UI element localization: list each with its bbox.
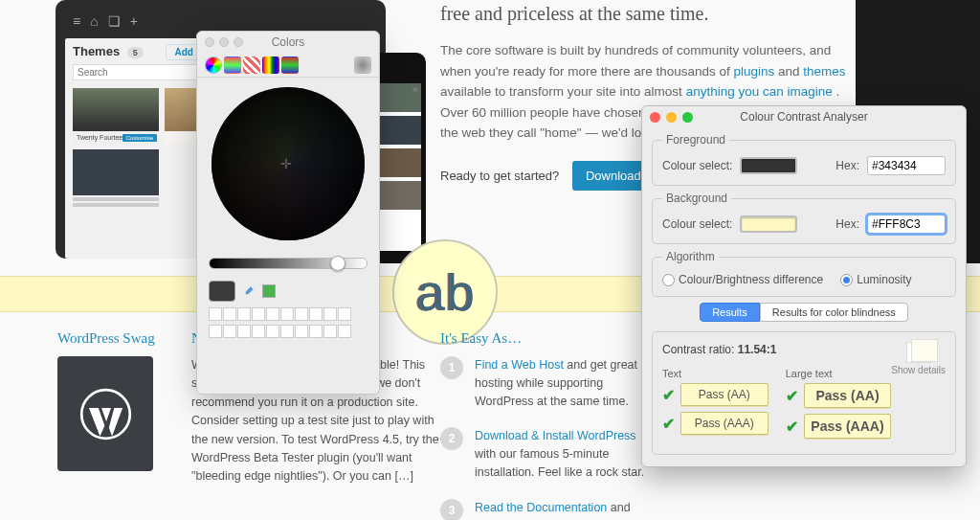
- swatch-slot[interactable]: [237, 307, 251, 321]
- swatch-slot[interactable]: [295, 325, 308, 338]
- results-tabs[interactable]: Results Results for color blindness: [642, 303, 966, 322]
- algo-option-luminosity[interactable]: Luminosity: [840, 273, 911, 286]
- pass-aaa-large-badge: Pass (AAA): [804, 414, 892, 439]
- wp-headline: free and priceless at the same time.: [440, 0, 861, 27]
- theme-thumb[interactable]: [73, 149, 159, 195]
- bg-color-well[interactable]: [740, 215, 797, 233]
- customise-button[interactable]: Customise: [122, 134, 157, 142]
- fg-hex-label: Hex:: [835, 159, 859, 172]
- algorithm-group: Algorithm Colour/Brightness difference L…: [652, 250, 956, 297]
- swatch-slot[interactable]: [266, 325, 279, 338]
- picker-settings-icon[interactable]: [354, 57, 371, 74]
- fg-hex-input[interactable]: [867, 156, 946, 175]
- home-icon: ⌂: [90, 13, 98, 29]
- algo-option-brightness[interactable]: Colour/Brightness difference: [662, 273, 823, 286]
- fg-select-label: Colour select:: [662, 159, 732, 172]
- comment-icon: ❏: [108, 13, 121, 29]
- tab-results[interactable]: Results: [700, 303, 760, 322]
- swag-tshirt[interactable]: [57, 356, 153, 471]
- eyedropper-icon[interactable]: [241, 283, 256, 299]
- swag-heading[interactable]: WordPress Swag: [57, 330, 163, 347]
- pass-aaa-badge: Pass (AAA): [680, 412, 768, 435]
- easy-column: It's Easy As… 1 Find a Web Host and get …: [440, 330, 651, 520]
- ratio-value: 11.54:1: [738, 343, 777, 356]
- slider-knob[interactable]: [330, 256, 345, 271]
- easy-heading: It's Easy As…: [440, 330, 651, 347]
- themes-link[interactable]: themes: [803, 64, 845, 79]
- spectrum-tab-icon[interactable]: [262, 57, 279, 74]
- menu-icon: ≡: [73, 13, 80, 29]
- palettes-tab-icon[interactable]: [243, 57, 260, 74]
- window-dot[interactable]: [234, 37, 243, 47]
- swatch-slot[interactable]: [252, 307, 265, 321]
- brightness-slider[interactable]: [209, 258, 368, 269]
- swatch-slot[interactable]: [280, 307, 294, 321]
- themes-count: 5: [127, 47, 144, 58]
- swag-column: WordPress Swag: [57, 330, 163, 486]
- radio-icon[interactable]: [840, 274, 853, 286]
- swatch-slot[interactable]: [209, 307, 222, 321]
- ratio-label: Contrast ratio:: [662, 343, 734, 356]
- step-badge: 1: [440, 356, 463, 379]
- saved-swatch[interactable]: [262, 284, 276, 298]
- window-zoom-icon[interactable]: [682, 112, 693, 123]
- window-close-icon[interactable]: [650, 112, 660, 123]
- color-wheel[interactable]: ✛: [212, 87, 365, 240]
- background-group: Background Colour select: Hex:: [652, 192, 956, 244]
- radio-icon[interactable]: [662, 274, 675, 286]
- swatch-slot[interactable]: [338, 325, 351, 338]
- window-minimize-icon[interactable]: [666, 112, 677, 123]
- close-icon[interactable]: ✕: [412, 85, 419, 95]
- check-icon: ✔: [662, 415, 675, 433]
- swatch-slot[interactable]: [309, 325, 323, 338]
- swatch-slot[interactable]: [323, 325, 337, 338]
- foreground-group: Foreground Colour select: Hex:: [652, 133, 956, 186]
- crosshair-icon[interactable]: ✛: [280, 156, 296, 171]
- swatch-slot[interactable]: [338, 307, 351, 321]
- check-icon: ✔: [786, 418, 798, 436]
- text-heading: Text: [662, 368, 768, 379]
- swatch-slot[interactable]: [223, 307, 236, 321]
- colour-contrast-analyser-window[interactable]: Colour Contrast Analyser Foreground Colo…: [641, 105, 967, 467]
- results-panel: Contrast ratio: 11.54:1 Show details Tex…: [652, 331, 956, 455]
- window-dot[interactable]: [219, 37, 229, 47]
- ready-text: Ready to get started?: [440, 169, 559, 183]
- step-badge: 2: [440, 427, 463, 450]
- swatch-slot[interactable]: [237, 325, 251, 338]
- swatch-slot[interactable]: [209, 325, 222, 338]
- tab-color-blindness[interactable]: Results for color blindness: [760, 303, 908, 322]
- swatch-slot[interactable]: [266, 307, 279, 321]
- bg-select-label: Colour select:: [662, 217, 732, 231]
- check-icon: ✔: [662, 386, 675, 404]
- window-dot[interactable]: [205, 37, 214, 47]
- step-link[interactable]: Find a Web Host: [475, 358, 564, 372]
- picker-title: Colors: [272, 35, 305, 49]
- color-wheel-tab-icon[interactable]: [205, 57, 222, 74]
- plus-icon: +: [130, 13, 138, 29]
- theme-thumb[interactable]: Twenty Fourteen Customise: [73, 88, 159, 144]
- show-details-button[interactable]: Show details: [891, 342, 946, 375]
- step-link[interactable]: Read the Documentation: [475, 501, 607, 514]
- check-icon: ✔: [786, 387, 798, 405]
- imagine-link[interactable]: anything you can imagine: [686, 84, 833, 99]
- bg-hex-input[interactable]: [867, 215, 946, 234]
- macos-color-picker[interactable]: Colors ✛: [196, 31, 380, 395]
- plugins-link[interactable]: plugins: [734, 64, 775, 79]
- swatch-slot[interactable]: [323, 307, 337, 321]
- sliders-tab-icon[interactable]: [224, 57, 241, 74]
- swatch-slot[interactable]: [309, 307, 323, 321]
- step-link[interactable]: Download & Install WordPress: [475, 429, 636, 442]
- large-text-heading: Large text: [786, 368, 892, 379]
- swatch-slot[interactable]: [295, 307, 308, 321]
- swatch-slot[interactable]: [252, 325, 265, 338]
- swatch-slot[interactable]: [280, 325, 294, 338]
- pass-aa-large-badge: Pass (AA): [804, 383, 892, 408]
- wordpress-logo-icon: [79, 388, 132, 441]
- fg-color-well[interactable]: [740, 157, 797, 174]
- pass-aa-badge: Pass (AA): [680, 383, 768, 406]
- magnifier-lens: ab: [392, 239, 498, 345]
- current-color-swatch[interactable]: [209, 281, 235, 302]
- crayons-tab-icon[interactable]: [281, 57, 299, 74]
- swatch-slot[interactable]: [223, 325, 236, 338]
- step-badge: 3: [440, 499, 463, 521]
